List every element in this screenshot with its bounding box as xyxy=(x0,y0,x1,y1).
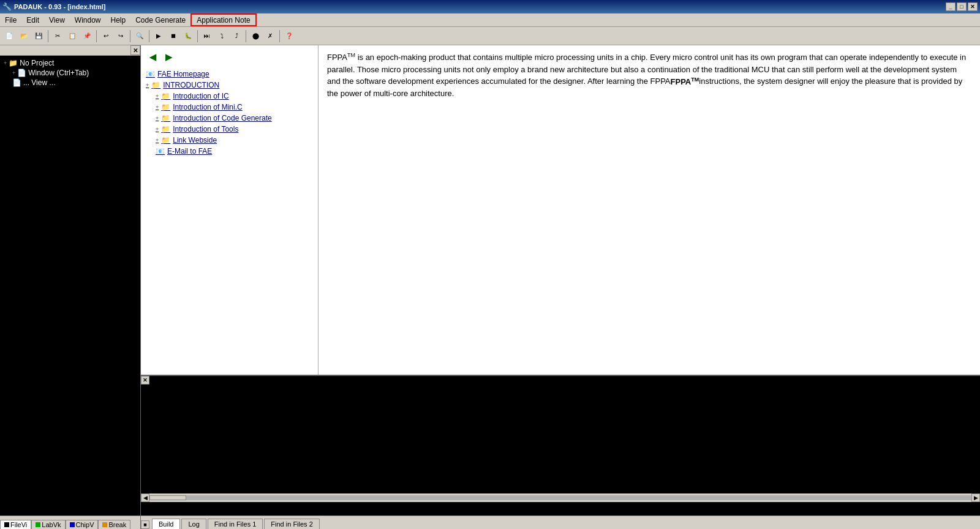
fppa-brand-2: FPPATM xyxy=(671,77,699,86)
tab-log[interactable]: Log xyxy=(181,519,206,529)
nav-fwd-button[interactable]: ▶ xyxy=(162,50,175,64)
menu-application-note[interactable]: Application Note xyxy=(190,13,256,26)
toolbar-new[interactable]: 📄 xyxy=(2,29,16,43)
email-icon-2: 📧 xyxy=(156,147,165,156)
tab-find-files-1-label: Find in Files 1 xyxy=(214,520,256,528)
toolbar-step-over[interactable]: ⏭ xyxy=(200,29,214,43)
bottom-panel-close-button[interactable]: ■ xyxy=(141,520,149,529)
intro-ic-expand-icon: + xyxy=(156,93,159,99)
tree-item-no-project[interactable]: + 📁 No Project xyxy=(2,58,138,68)
left-tab-filevi[interactable]: FileVi xyxy=(0,520,31,529)
tree-label-view: ... View ... xyxy=(23,78,55,87)
file-tree: + 📁 No Project + 📄 Window (Ctrl+Tab) 📄 .… xyxy=(0,56,140,516)
toolbar-build[interactable]: ▶ xyxy=(152,29,165,43)
toolbar-undo[interactable]: ↩ xyxy=(99,29,113,43)
nav-intro-tools[interactable]: + 📁 Introduction of Tools xyxy=(153,124,315,135)
titlebar: 🔧 PADAUK - 0.93 - [index.html] _ □ ✕ xyxy=(0,0,980,13)
left-tab-chipv[interactable]: ChipV xyxy=(66,520,99,529)
scroll-thumb[interactable] xyxy=(149,495,186,500)
left-tab-break[interactable]: Break xyxy=(98,520,130,529)
toolbar-search[interactable]: 🔍 xyxy=(133,29,146,43)
toolbar-step-into[interactable]: ⤵ xyxy=(215,29,228,43)
nav-fae-homepage-label: FAE Homepage xyxy=(157,70,209,78)
nav-intro-ic[interactable]: + 📁 Introduction of IC xyxy=(153,91,315,102)
tree-item-window[interactable]: + 📄 Window (Ctrl+Tab) xyxy=(11,68,138,78)
scroll-left-button[interactable]: ◀ xyxy=(141,493,149,502)
nav-intro-codegen[interactable]: + 📁 Introduction of Code Generate xyxy=(153,113,315,124)
trademark-sup-2: TM xyxy=(691,76,699,82)
toolbar-cut[interactable]: ✂ xyxy=(51,29,64,43)
toolbar-open[interactable]: 📂 xyxy=(17,29,31,43)
intro-codegen-expand-icon: + xyxy=(156,115,159,121)
close-button[interactable]: ✕ xyxy=(968,2,978,11)
menu-window[interactable]: Window xyxy=(70,13,106,26)
intro-expand-icon: + xyxy=(146,82,149,88)
left-tab-labvk[interactable]: LabVk xyxy=(31,520,65,529)
menu-view[interactable]: View xyxy=(44,13,70,26)
toolbar-paste[interactable]: 📌 xyxy=(80,29,94,43)
toolbar-help[interactable]: ❓ xyxy=(282,29,296,43)
menu-help[interactable]: Help xyxy=(106,13,131,26)
nav-intro-minic-label: Introduction of Mini.C xyxy=(173,103,242,111)
nav-email-fae-label: E-Mail to FAE xyxy=(167,147,212,156)
bottom-close-button[interactable]: ✕ xyxy=(141,376,149,385)
restore-button[interactable]: □ xyxy=(957,2,967,11)
toolbar-step-out[interactable]: ⤴ xyxy=(230,29,243,43)
toolbar-sep-2 xyxy=(96,30,97,42)
window-title: PADAUK - 0.93 - [index.html] xyxy=(14,3,106,10)
labvk-indicator xyxy=(36,522,40,527)
toolbar-debug[interactable]: 🐛 xyxy=(181,29,195,43)
nav-intro-minic[interactable]: + 📁 Introduction of Mini.C xyxy=(153,102,315,113)
content-paragraph: FPPATM is an epoch-making product that c… xyxy=(327,51,971,100)
nav-intro-tools-label: Introduction of Tools xyxy=(173,125,238,133)
nav-intro-ic-label: Introduction of IC xyxy=(173,92,228,100)
app-icon: 🔧 xyxy=(2,2,12,11)
chipv-indicator xyxy=(70,522,75,527)
nav-back-button[interactable]: ◀ xyxy=(146,50,159,64)
toolbar-sep-1 xyxy=(48,30,48,42)
left-tab-filevi-label: FileVi xyxy=(10,521,27,528)
left-panel-close-button[interactable]: ✕ xyxy=(130,45,140,55)
nav-introduction[interactable]: + 📁 INTRODUCTION xyxy=(143,80,315,91)
toolbar-sep-5 xyxy=(197,30,198,42)
nav-fae-homepage[interactable]: 📧 FAE Homepage xyxy=(143,69,315,80)
scroll-track xyxy=(149,495,971,500)
left-tab-labvk-label: LabVk xyxy=(42,521,61,528)
link-webside-expand-icon: + xyxy=(156,137,159,143)
folder-icon-codegen: 📁 xyxy=(161,114,170,122)
folder-icon-minic: 📁 xyxy=(161,103,170,111)
menu-file[interactable]: File xyxy=(0,13,21,26)
tab-find-files-2[interactable]: Find in Files 2 xyxy=(264,519,319,529)
folder-icon-tools: 📁 xyxy=(161,125,170,133)
tree-label-no-project: No Project xyxy=(20,59,54,67)
toolbar-redo[interactable]: ↪ xyxy=(114,29,127,43)
toolbar-clear-break[interactable]: ✗ xyxy=(263,29,277,43)
tab-find-files-1[interactable]: Find in Files 1 xyxy=(208,519,263,529)
toolbar-copy[interactable]: 📋 xyxy=(66,29,79,43)
nav-back-fwd: ◀ ▶ xyxy=(143,50,315,64)
bottom-scrollbar[interactable]: ◀ ▶ xyxy=(141,493,980,502)
tree-item-view[interactable]: 📄 ... View ... xyxy=(11,78,138,88)
tree-icon-view: 📄 xyxy=(12,78,21,87)
nav-link-webside-label: Link Webside xyxy=(173,136,217,144)
menu-code-generate[interactable]: Code Generate xyxy=(130,13,190,26)
intro-minic-expand-icon: + xyxy=(156,104,159,110)
tab-find-files-2-label: Find in Files 2 xyxy=(271,520,312,528)
toolbar-breakpoint[interactable]: ⬤ xyxy=(249,29,262,43)
trademark-sup: TM xyxy=(347,52,355,58)
menu-edit[interactable]: Edit xyxy=(21,13,44,26)
scroll-right-button[interactable]: ▶ xyxy=(971,493,980,502)
nav-intro-codegen-label: Introduction of Code Generate xyxy=(173,114,271,122)
content-panel: FPPATM is an epoch-making product that c… xyxy=(318,45,980,375)
nav-email-fae[interactable]: 📧 E-Mail to FAE xyxy=(153,146,315,157)
toolbar-save[interactable]: 💾 xyxy=(32,29,45,43)
break-indicator xyxy=(102,522,107,527)
nav-link-webside[interactable]: + 📁 Link Webside xyxy=(153,135,315,146)
minimize-button[interactable]: _ xyxy=(946,2,956,11)
left-bottom-tabs: FileVi LabVk ChipV Break xyxy=(0,516,140,529)
toolbar-sep-3 xyxy=(130,30,130,42)
tab-build[interactable]: Build xyxy=(152,519,180,529)
toolbar-stop[interactable]: ⏹ xyxy=(167,29,180,43)
tab-log-label: Log xyxy=(188,520,199,528)
toolbar: 📄 📂 💾 ✂ 📋 📌 ↩ ↪ 🔍 ▶ ⏹ 🐛 ⏭ ⤵ ⤴ ⬤ ✗ ❓ xyxy=(0,27,980,45)
